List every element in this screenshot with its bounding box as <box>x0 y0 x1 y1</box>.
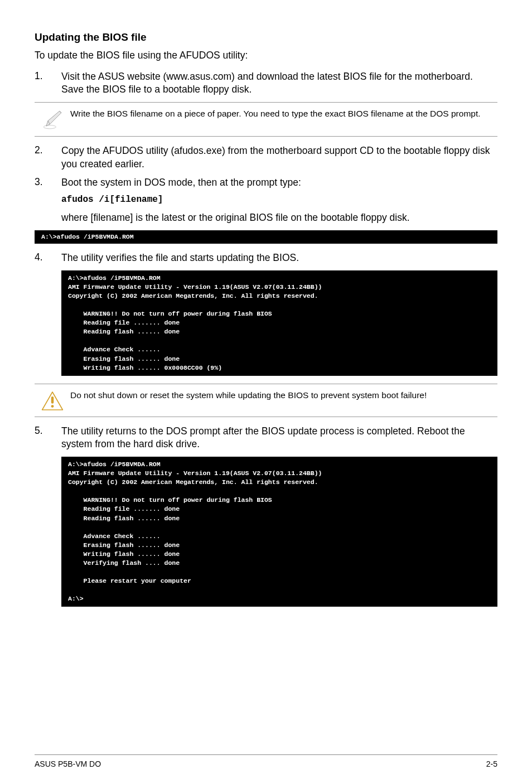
step-text: The utility verifies the file and starts… <box>61 251 497 265</box>
footer-right: 2-5 <box>486 759 497 768</box>
step-number: 1. <box>35 70 61 96</box>
step-5: 5. The utility returns to the DOS prompt… <box>35 425 497 451</box>
svg-point-6 <box>51 405 54 408</box>
step-number: 3. <box>35 176 61 206</box>
step-3-text: Boot the system in DOS mode, then at the… <box>61 177 301 188</box>
terminal-output-2: A:\>afudos /iP5BVMDA.ROM AMI Firmware Up… <box>61 270 497 376</box>
step-text: The utility returns to the DOS prompt af… <box>61 425 497 451</box>
svg-point-0 <box>43 125 56 128</box>
step-3-continuation: where [filename] is the latest or the or… <box>35 211 497 225</box>
step-2: 2. Copy the AFUDOS utility (afudos.exe) … <box>35 144 497 171</box>
pencil-icon <box>35 108 70 130</box>
section-heading: Updating the BIOS file <box>35 31 497 43</box>
step-number: 2. <box>35 144 61 171</box>
note-box-warning: Do not shut down or reset the system whi… <box>35 384 497 417</box>
terminal-output-3: A:\>afudos /iP5BVMDA.ROM AMI Firmware Up… <box>61 457 497 607</box>
intro-text: To update the BIOS file using the AFUDOS… <box>35 49 497 62</box>
step-3-code: afudos /i[filename] <box>61 194 497 206</box>
step-1: 1. Visit the ASUS website (www.asus.com)… <box>35 70 497 96</box>
step-text: where [filename] is the latest or the or… <box>61 211 497 225</box>
page-footer: ASUS P5B-VM DO 2-5 <box>35 754 497 768</box>
step-text: Copy the AFUDOS utility (afudos.exe) fro… <box>61 144 497 171</box>
step-3: 3. Boot the system in DOS mode, then at … <box>35 176 497 206</box>
step-text: Boot the system in DOS mode, then at the… <box>61 176 497 206</box>
footer-left: ASUS P5B-VM DO <box>35 759 101 768</box>
terminal-output-1: A:\>afudos /iP5BVMDA.ROM <box>35 230 497 244</box>
note-text: Do not shut down or reset the system whi… <box>70 390 497 401</box>
step-4: 4. The utility verifies the file and sta… <box>35 251 497 265</box>
step-number-blank <box>35 211 61 225</box>
note-box-pencil: Write the BIOS filename on a piece of pa… <box>35 102 497 137</box>
step-number: 5. <box>35 425 61 451</box>
svg-marker-1 <box>46 111 61 126</box>
svg-rect-5 <box>51 396 54 404</box>
note-text: Write the BIOS filename on a piece of pa… <box>70 108 497 120</box>
step-number: 4. <box>35 251 61 265</box>
step-text: Visit the ASUS website (www.asus.com) an… <box>61 70 497 96</box>
warning-icon <box>35 390 70 411</box>
